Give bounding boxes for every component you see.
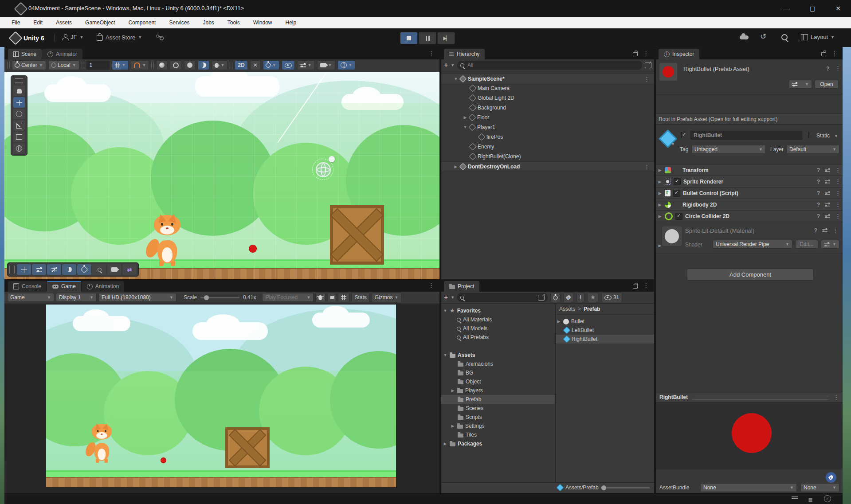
close-button[interactable]: ✕ <box>825 0 851 17</box>
kebab-icon[interactable]: ⋮ <box>643 282 649 289</box>
tab-animator[interactable]: Animator <box>42 49 82 59</box>
breadcrumb-current[interactable]: Prefab <box>584 306 600 312</box>
expand-arrow[interactable]: ▶ <box>658 203 662 207</box>
hierarchy-item[interactable]: firePos <box>441 132 654 142</box>
asset-bundle-variant-dropdown[interactable]: None▼ <box>800 483 839 492</box>
scene-visibility-toggle[interactable] <box>282 60 295 70</box>
search-button[interactable] <box>781 34 788 40</box>
static-dropdown-caret[interactable]: ▼ <box>834 134 838 138</box>
layers-dropdown[interactable]: ▼ <box>297 60 315 70</box>
open-search-window-icon[interactable] <box>645 63 651 68</box>
hierarchy-search-field[interactable] <box>457 61 642 70</box>
crate-sprite[interactable] <box>330 205 384 265</box>
thumbnail-size-slider[interactable] <box>601 487 650 488</box>
tab-inspector[interactable]: i Inspector <box>659 49 699 59</box>
shader-edit-button[interactable]: Edit... <box>795 240 818 249</box>
layout-dropdown[interactable]: Layout▼ <box>801 34 835 40</box>
material-list-dropdown[interactable]: ▼ <box>821 240 839 249</box>
menu-component[interactable]: Component <box>128 20 156 26</box>
orientation-dropdown[interactable]: Local▼ <box>48 60 79 70</box>
kebab-icon[interactable]: ⋮ <box>644 164 650 170</box>
menu-assets[interactable]: Assets <box>56 20 72 26</box>
kebab-icon[interactable]: ⋮ <box>644 76 650 82</box>
expand-arrow[interactable]: ▶ <box>443 441 447 446</box>
step-button[interactable]: ▶▏ <box>437 32 455 44</box>
game-audio-button[interactable] <box>327 293 336 302</box>
rotate-tool[interactable] <box>13 109 25 119</box>
menu-services[interactable]: Services <box>169 20 189 26</box>
expand-arrow[interactable]: ▶ <box>658 168 662 172</box>
asset-item-leftbullet[interactable]: LeftBullet <box>556 326 654 335</box>
active-checkbox[interactable] <box>681 132 682 139</box>
expand-arrow[interactable]: ▶ <box>658 243 662 248</box>
tab-game[interactable]: Game <box>47 281 81 292</box>
shading-mode-button[interactable] <box>156 60 168 70</box>
scale-knob[interactable] <box>204 295 209 300</box>
favorites-filter-button[interactable]: ★ <box>587 293 599 302</box>
static-checkbox[interactable] <box>808 132 809 139</box>
game-panel-menu[interactable]: ⋮ <box>428 282 434 288</box>
version-control-icon[interactable] <box>156 34 163 40</box>
transform-tool[interactable] <box>13 143 25 154</box>
component-circle-collider2d[interactable]: ▶ Circle Collider 2D ?⋮ <box>656 210 843 222</box>
bullet-sprite[interactable] <box>249 245 257 253</box>
help-icon[interactable]: ? <box>817 190 820 196</box>
scene-lighting-button[interactable] <box>62 264 76 275</box>
folder-item[interactable]: ▶Settings <box>441 422 555 430</box>
menu-help[interactable]: Help <box>286 20 297 26</box>
mode-2d-toggle[interactable]: 2D <box>235 60 247 70</box>
audio-sphere-toggle[interactable] <box>184 60 196 70</box>
game-viewport[interactable] <box>4 304 439 493</box>
expand-arrow[interactable]: ▶ <box>451 424 455 428</box>
kebab-icon[interactable]: ⋮ <box>835 213 841 219</box>
add-asset-button[interactable]: + <box>444 293 448 301</box>
kebab-icon[interactable]: ⋮ <box>833 395 839 400</box>
kebab-icon[interactable]: ⋮ <box>835 179 841 184</box>
help-icon[interactable]: ? <box>817 167 820 173</box>
tab-scene[interactable]: Scene <box>8 49 42 59</box>
folder-item[interactable]: ▶Players <box>441 386 555 395</box>
cloud-button[interactable] <box>740 35 749 39</box>
search-overlay-button[interactable] <box>92 264 106 275</box>
add-dropdown-caret[interactable]: ▼ <box>451 295 455 300</box>
view-tool[interactable] <box>13 86 25 96</box>
gizmos-sphere-dropdown[interactable]: ▼ <box>337 60 356 70</box>
project-search-field[interactable] <box>457 293 548 302</box>
hierarchy-search-input[interactable] <box>467 62 639 69</box>
component-bullet-control[interactable]: ▶ Bullet Control (Script) ?⋮ <box>656 187 843 199</box>
expand-arrow[interactable]: ▶ <box>557 319 561 324</box>
preview-drag-handle[interactable] <box>692 396 829 400</box>
add-gameobject-button[interactable]: + <box>444 61 448 69</box>
project-search-input[interactable] <box>466 294 536 301</box>
help-icon[interactable]: ? <box>817 179 820 185</box>
display-dropdown[interactable]: Display 1▼ <box>56 293 97 302</box>
favorites-root[interactable]: ▼★Favorites <box>441 306 555 315</box>
favorite-item[interactable]: All Models <box>441 324 555 333</box>
asset-item-rightbullet[interactable]: RightBullet <box>556 335 654 344</box>
help-icon[interactable]: ? <box>817 202 820 208</box>
pivot-dropdown[interactable]: Center▼ <box>12 60 46 70</box>
icon-dropdown-caret[interactable]: ▼ <box>671 142 675 146</box>
add-dropdown-caret[interactable]: ▼ <box>451 63 455 67</box>
camera-dropdown[interactable]: ▼ <box>317 60 335 70</box>
shuffle-overlay-button[interactable]: ⇄ <box>122 264 137 275</box>
properties-list-dropdown[interactable]: ▼ <box>789 80 812 89</box>
filter-by-label-button[interactable] <box>563 293 574 302</box>
maximize-button[interactable]: ▢ <box>800 0 825 17</box>
expand-arrow[interactable]: ▶ <box>658 214 662 219</box>
kebab-icon[interactable]: ⋮ <box>643 50 649 56</box>
toolbar-grip[interactable] <box>7 62 10 69</box>
expand-arrow[interactable]: ▶ <box>658 191 662 195</box>
breadcrumb-root[interactable]: Assets <box>559 306 575 312</box>
kebab-icon[interactable]: ⋮ <box>835 190 841 196</box>
game-debug-button[interactable] <box>315 293 325 302</box>
lock-icon[interactable] <box>633 285 638 289</box>
component-enabled-checkbox[interactable] <box>673 190 680 197</box>
preset-icon[interactable] <box>825 203 830 207</box>
grid-visibility-button[interactable] <box>47 264 61 275</box>
open-search-window-icon[interactable] <box>538 295 545 301</box>
kebab-icon[interactable]: ⋮ <box>831 50 837 56</box>
scene-panel-menu[interactable]: ⋮ <box>428 50 434 56</box>
preset-icon[interactable] <box>822 228 827 233</box>
undo-history-button[interactable]: ↺ <box>760 34 766 40</box>
